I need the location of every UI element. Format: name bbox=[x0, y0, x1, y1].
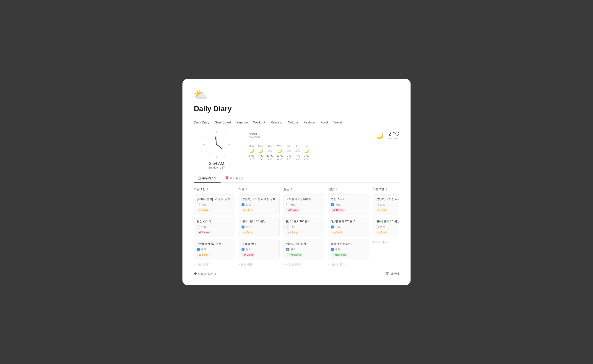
task-title: 면접 스터디 bbox=[242, 242, 277, 246]
col-header-next7: 다음 7일 2 bbox=[373, 188, 399, 192]
board-col-past7: 지난 7일 3 [데이터 분석] GA 강의 듣기 완료 📖 Study 면접 … bbox=[194, 188, 235, 268]
col-header-today: 오늘 3 bbox=[283, 188, 324, 192]
todo-tab-list[interactable]: 📋 투두리스트 bbox=[194, 174, 221, 183]
svg-point-15 bbox=[216, 144, 217, 145]
task-checkbox[interactable] bbox=[197, 226, 200, 228]
forecast-day-4: Thu ☁️ 9 °C8 °C bbox=[286, 145, 291, 161]
task-tag[interactable]: 🚀 Career bbox=[197, 231, 211, 234]
task-checkbox-label: 완료 bbox=[201, 225, 206, 229]
task-checkbox[interactable] bbox=[197, 203, 200, 206]
task-card: [언어] 토익 RC 공부 완료 📖 Study bbox=[373, 217, 399, 237]
forecast-temp: 5 °C-2 °C bbox=[249, 154, 254, 161]
task-checkbox[interactable]: ✓ bbox=[286, 248, 289, 251]
tab-culture[interactable]: Culture bbox=[288, 121, 298, 125]
task-checkbox-label: 완료 bbox=[246, 248, 251, 251]
forecast-temp: 9 °C8 °C bbox=[287, 154, 292, 161]
tab-fashion[interactable]: Fashion bbox=[304, 121, 315, 125]
forecast-temp: 7 °C1 °C bbox=[258, 154, 263, 161]
todo-tabs: 📋 투두리스트 📅 투두캘린더 bbox=[194, 174, 399, 183]
task-checkbox[interactable]: ✓ bbox=[242, 226, 244, 228]
task-checkbox-label: 완료 bbox=[201, 248, 206, 251]
board-col-today: 오늘 3 포트폴리오 업데이트 완료 🚀 Career [언어] 토익 RC 공… bbox=[283, 188, 324, 268]
tab-reading[interactable]: Reading bbox=[270, 121, 282, 125]
app-container: ⛅ Daily Diary Daily Diary Goal Board Fin… bbox=[182, 79, 411, 285]
task-tag[interactable]: 📖 Study bbox=[376, 231, 388, 234]
task-card: [콘텐츠] 포토샵 자격증 공부 완료 📖 Study bbox=[373, 194, 399, 215]
task-tag[interactable]: 📖 Study bbox=[286, 231, 299, 234]
weather-header: SEOUL WEATHER 🌙 -2 °C clear sky bbox=[249, 130, 399, 140]
task-checkbox[interactable]: ✓ bbox=[242, 203, 244, 206]
task-tag[interactable]: ✓ Household bbox=[331, 253, 348, 256]
task-tag[interactable]: 📖 Study bbox=[376, 208, 388, 212]
task-card: [언어] 토익 RC 공부 ✓ 완료 📖 Study bbox=[194, 239, 235, 260]
forecast-day-label: Sat bbox=[304, 145, 308, 147]
task-checkbox[interactable] bbox=[286, 203, 289, 206]
tab-travel[interactable]: Travel bbox=[333, 121, 342, 125]
tab-daily-diary[interactable]: Daily Diary bbox=[194, 121, 209, 125]
task-checkbox-label: 완료 bbox=[290, 203, 296, 206]
task-checkbox-row: ✓ 완료 bbox=[331, 248, 366, 251]
task-checkbox[interactable]: ✓ bbox=[331, 226, 334, 228]
clock-date: Sunday · JST bbox=[209, 166, 225, 169]
task-tag[interactable]: 🚀 Career bbox=[242, 253, 256, 256]
forecast-temp: 12 °C6 °C bbox=[277, 154, 283, 161]
diary-link[interactable]: ◆ 오늘의 일기 ∨ bbox=[194, 272, 217, 276]
svg-line-9 bbox=[227, 151, 228, 152]
task-title: 냉장고 정리하기 bbox=[286, 242, 321, 246]
forecast-day-label: Wed bbox=[277, 145, 282, 147]
add-new-button[interactable]: + 새로 만들기 bbox=[194, 261, 235, 268]
task-tag[interactable]: 📖 Study bbox=[331, 231, 344, 234]
task-checkbox-row: 완료 bbox=[286, 225, 321, 229]
task-checkbox-row: 완료 bbox=[376, 203, 399, 206]
task-checkbox-row: 완료 bbox=[286, 203, 321, 206]
task-card: 면접 스터디 완료 🚀 Career bbox=[194, 217, 235, 237]
task-tag[interactable]: 🚀 Career bbox=[286, 208, 300, 212]
forecast-day-6: Sat 🌙 7 °C1 °C bbox=[304, 145, 309, 161]
task-tag[interactable]: 📖 Study bbox=[197, 253, 210, 256]
task-checkbox[interactable] bbox=[286, 226, 289, 228]
tab-workout[interactable]: Workout bbox=[253, 121, 265, 125]
task-checkbox[interactable]: ✓ bbox=[197, 248, 200, 251]
clock-section: 3:54 AM Sunday · JST bbox=[194, 130, 239, 167]
weather-current-icon: 🌙 bbox=[376, 132, 384, 139]
task-card: [언어] 토익 RC 공부 ✓ 완료 📖 Study bbox=[328, 217, 369, 237]
task-card: [콘텐츠] 포토샵 자격증 공부 ✓ 완료 📖 Study bbox=[239, 194, 280, 215]
forecast-day-1: Mon 🌙 7 °C1 °C bbox=[258, 145, 263, 161]
calendar-label: 캘린더 bbox=[390, 272, 399, 276]
forecast-temp: 7 °C3 °C bbox=[295, 154, 300, 161]
task-checkbox[interactable]: ✓ bbox=[242, 248, 244, 251]
col-count: 2 bbox=[385, 188, 387, 191]
add-new-button[interactable]: + 새로 만들기 bbox=[328, 261, 369, 268]
task-checkbox-label: 완료 bbox=[335, 225, 340, 229]
task-checkbox[interactable]: ✓ bbox=[331, 248, 334, 251]
forecast-temp: 10 °C3 °C bbox=[267, 154, 273, 161]
task-checkbox[interactable] bbox=[376, 203, 379, 206]
col-header-tomorrow: 내일 3 bbox=[328, 188, 369, 192]
task-tag[interactable]: 📖 Study bbox=[242, 208, 254, 212]
task-checkbox[interactable]: ✓ bbox=[331, 203, 334, 206]
task-checkbox[interactable] bbox=[376, 226, 379, 228]
task-title: [콘텐츠] 포토샵 자격증 공부 bbox=[242, 197, 277, 201]
tab-finance[interactable]: Finance bbox=[236, 121, 248, 125]
task-card: 냉장고 정리하기 ✓ 완료 ✓ Household bbox=[283, 239, 324, 260]
add-new-button[interactable]: + 새로 만들기 bbox=[283, 261, 324, 268]
task-tag[interactable]: 📖 Study bbox=[242, 231, 254, 234]
forecast-day-0: Sun 🌙 5 °C-2 °C bbox=[249, 145, 254, 161]
task-title: 쓰레기통 청소하기 bbox=[331, 242, 366, 246]
calendar-link[interactable]: 📅 캘린더 bbox=[385, 272, 399, 276]
task-title: [언어] 토익 RC 공부 bbox=[376, 220, 399, 223]
tab-food[interactable]: Food bbox=[320, 121, 328, 125]
tab-goal-board[interactable]: Goal Board bbox=[215, 121, 231, 125]
task-checkbox-label: 완료 bbox=[335, 248, 340, 251]
forecast-icon: ☁️ bbox=[295, 148, 300, 153]
task-tag[interactable]: ✓ Household bbox=[286, 253, 303, 256]
task-tag[interactable]: 🚀 Career bbox=[331, 208, 345, 212]
task-card: [언어] 토익 RC 공부 완료 📖 Study bbox=[283, 217, 324, 237]
task-checkbox-row: 완료 bbox=[197, 203, 232, 206]
add-new-button[interactable]: + 새로 만들기 bbox=[239, 261, 280, 268]
add-new-button[interactable]: + 새로 만들기 bbox=[373, 239, 399, 246]
todo-tab-calendar[interactable]: 📅 투두캘린더 bbox=[222, 174, 248, 182]
forecast-day-label: Thu bbox=[287, 145, 291, 147]
forecast-temp: 7 °C1 °C bbox=[304, 154, 309, 161]
task-tag[interactable]: 📖 Study bbox=[197, 208, 210, 212]
